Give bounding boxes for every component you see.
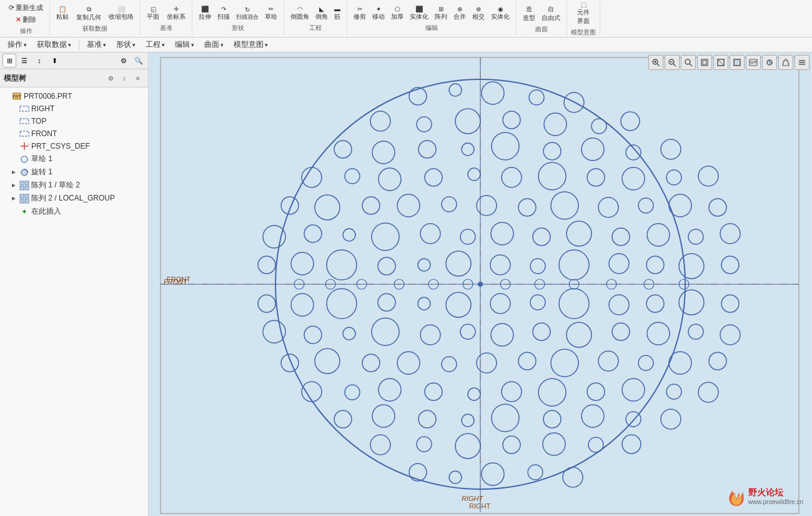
- svg-point-8: [21, 156, 27, 162]
- group-label-rebuild: 操作: [20, 27, 32, 36]
- vp-zoom-in-btn[interactable]: [648, 55, 663, 70]
- sidebar-header-icons: ⚙ ↕ ≡: [104, 72, 144, 84]
- array-button[interactable]: ⊞阵列: [432, 4, 450, 22]
- style-button[interactable]: 造造型: [520, 4, 538, 24]
- menu-surface[interactable]: 曲面 ▾: [199, 38, 229, 51]
- svg-rect-13: [25, 186, 29, 190]
- icon-array2: [19, 194, 29, 204]
- watermark: 野火论坛 www.proewildfire.cn: [727, 485, 803, 507]
- sidebar-tab-sort[interactable]: ↕: [32, 54, 46, 67]
- svg-rect-4: [20, 131, 29, 136]
- sidebar-tab-icons: ⊞ ☰ ↕ ⬆ ⚙ 🔍: [0, 52, 148, 69]
- icon-sketch1: [19, 154, 29, 164]
- shrinkwrap-button[interactable]: ⬜收缩包络: [106, 4, 136, 22]
- plane-button[interactable]: ◱平面: [144, 4, 162, 22]
- icon-right: [19, 104, 29, 114]
- sweep-button[interactable]: ↷扫描: [215, 4, 232, 22]
- tree-item-csys[interactable]: x PRT_CSYS_DEF: [0, 140, 148, 152]
- intersect-button[interactable]: ⊗相交: [470, 4, 487, 22]
- vp-wireframe-btn[interactable]: [713, 55, 728, 70]
- paste-button[interactable]: 📋粘贴: [54, 4, 71, 22]
- sidebar-expand-icon[interactable]: ↕: [118, 72, 131, 84]
- menu-shape[interactable]: 形状 ▾: [111, 38, 141, 51]
- menu-get-data[interactable]: 获取数据 ▾: [32, 38, 76, 51]
- round-button[interactable]: ◜◝倒圆角: [288, 4, 312, 22]
- sidebar-tab-list[interactable]: ☰: [17, 54, 31, 67]
- vp-savedview-btn[interactable]: [746, 55, 761, 70]
- menu-model-intent[interactable]: 模型意图 ▾: [229, 38, 273, 51]
- svg-line-19: [657, 64, 660, 66]
- icon-csys: x: [19, 141, 29, 151]
- expand-prt0006[interactable]: [2, 92, 10, 100]
- tree-item-front[interactable]: FRONT: [0, 127, 148, 140]
- svg-rect-14: [20, 194, 24, 198]
- menu-datum[interactable]: 基准 ▾: [82, 38, 111, 51]
- tree-item-array1[interactable]: ▶ 陈列 1 / 草绘 2: [0, 179, 148, 192]
- svg-line-26: [690, 64, 692, 66]
- chamfer-button[interactable]: ◣倒角: [313, 4, 330, 22]
- svg-rect-12: [20, 186, 24, 190]
- sweep-mix-button[interactable]: ↻扫描混合: [234, 5, 261, 22]
- tree-item-right[interactable]: RIGHT: [0, 102, 148, 115]
- solidify2-button[interactable]: ◉实体化: [488, 4, 512, 22]
- viewport[interactable]: TOP FRONT RIGHT: [149, 52, 812, 516]
- tree-label-right: RIGHT: [31, 104, 54, 113]
- tree-item-revolve1[interactable]: ▶ 旋转 1: [0, 166, 148, 179]
- expand-array2[interactable]: ▶: [10, 195, 17, 202]
- merge-button[interactable]: ⊕合并: [451, 4, 468, 22]
- sidebar-settings-icon[interactable]: ⚙: [104, 72, 117, 84]
- toolbar-group-engineering: ◜◝倒圆角 ◣倒角 ▬筋 工程: [284, 1, 347, 36]
- delete-button[interactable]: ✕删除: [13, 14, 39, 26]
- vp-zoom-fit-btn[interactable]: [665, 55, 680, 70]
- rebuild-button[interactable]: ⟳重新生成: [6, 2, 46, 14]
- svg-rect-2: [20, 106, 29, 111]
- main-layout: ⊞ ☰ ↕ ⬆ ⚙ 🔍 模型树 ⚙ ↕ ≡: [0, 52, 812, 516]
- watermark-url: www.proewildfire.cn: [748, 499, 803, 505]
- tree-item-prt0006[interactable]: PRT PRT0006.PRT: [0, 90, 148, 102]
- coord-button[interactable]: ✛坐标系: [164, 4, 188, 22]
- group-label-engineering: 工程: [309, 24, 322, 32]
- rib-button[interactable]: ▬筋: [332, 4, 343, 22]
- tree-item-array2[interactable]: ▶ 陈列 2 / LOCAL_GROUP: [0, 192, 148, 205]
- sidebar-search-btn[interactable]: 🔍: [132, 54, 146, 67]
- sidebar-header: 模型树 ⚙ ↕ ≡: [0, 69, 148, 87]
- sidebar-title: 模型树: [4, 73, 26, 84]
- vp-persp-btn[interactable]: [778, 55, 793, 70]
- move-button[interactable]: ✦移动: [370, 4, 387, 22]
- tree-item-sketch1[interactable]: 草绘 1: [0, 152, 148, 166]
- menu-edit[interactable]: 编辑 ▾: [170, 38, 199, 51]
- component-interface-button[interactable]: ⬚元件界面: [575, 0, 592, 27]
- tree-label-sketch1: 草绘 1: [31, 154, 52, 164]
- thicken-button[interactable]: ⬠加厚: [389, 4, 406, 22]
- tree-item-insert-here[interactable]: ✦ 在此插入: [0, 205, 148, 218]
- tree-item-top[interactable]: TOP: [0, 115, 148, 127]
- solidify-button[interactable]: ⬛实体化: [407, 4, 431, 22]
- sidebar-settings-btn[interactable]: ⚙: [117, 54, 131, 67]
- sidebar-tab-up[interactable]: ⬆: [47, 54, 61, 67]
- extrude-button[interactable]: ⬛拉伸: [196, 4, 214, 22]
- sketch-button[interactable]: ✏草绘: [262, 4, 280, 22]
- watermark-flame-icon: [727, 485, 746, 507]
- vp-orient-btn[interactable]: [697, 55, 712, 70]
- vp-display-style-btn[interactable]: [762, 55, 777, 70]
- group-label-copy: 获取数据: [82, 24, 107, 33]
- vp-more-btn[interactable]: [795, 55, 810, 70]
- menu-engineering[interactable]: 工程 ▾: [141, 38, 170, 51]
- copy-feature-button[interactable]: ⧉复制几何: [74, 4, 104, 23]
- sidebar-more-icon[interactable]: ≡: [132, 72, 144, 84]
- vp-zoom-out-btn[interactable]: [681, 55, 696, 70]
- menu-operations[interactable]: 操作 ▾: [2, 38, 32, 51]
- icon-insert-here: ✦: [19, 207, 29, 217]
- svg-rect-17: [25, 199, 29, 203]
- group-label-surface: 曲面: [535, 25, 548, 34]
- toolbar-group-model-intent: ⬚元件界面 模型意图: [567, 1, 600, 36]
- trim-button[interactable]: ✂修剪: [351, 4, 369, 22]
- cad-drawing[interactable]: FRONT RIGHT: [149, 52, 812, 516]
- vp-shading-btn[interactable]: [730, 55, 745, 70]
- viewport-toolbar: [648, 55, 810, 70]
- sidebar-tab-tree[interactable]: ⊞: [2, 54, 16, 67]
- svg-line-30: [718, 59, 724, 66]
- freeform-button[interactable]: 自自由式: [539, 4, 563, 24]
- expand-revolve1[interactable]: ▶: [10, 169, 17, 176]
- expand-array1[interactable]: ▶: [10, 182, 17, 189]
